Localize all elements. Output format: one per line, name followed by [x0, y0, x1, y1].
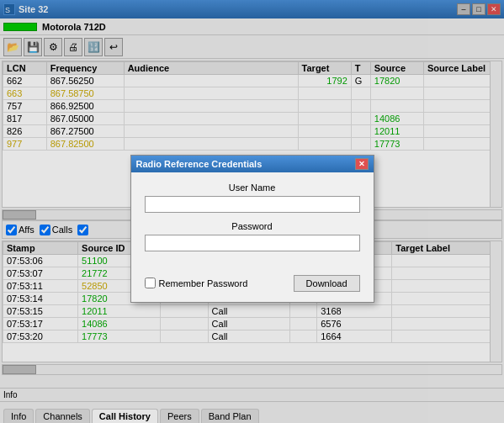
modal-overlay: Radio Reference Credentials ✕ User Name …: [0, 0, 504, 423]
password-input[interactable]: [145, 235, 360, 251]
username-input[interactable]: [145, 196, 360, 213]
remember-password-label[interactable]: Remember Password: [145, 278, 248, 288]
remember-password-checkbox[interactable]: [145, 278, 156, 288]
modal-titlebar: Radio Reference Credentials ✕: [131, 156, 374, 172]
remember-password-text: Remember Password: [159, 278, 248, 288]
password-label: Password: [145, 221, 360, 231]
modal-dialog: Radio Reference Credentials ✕ User Name …: [130, 155, 374, 303]
username-label: User Name: [145, 182, 360, 193]
modal-footer: Remember Password Download: [131, 270, 374, 302]
download-button[interactable]: Download: [294, 275, 360, 292]
modal-body: User Name Password: [131, 172, 374, 270]
modal-close-button[interactable]: ✕: [355, 158, 369, 170]
modal-title: Radio Reference Credentials: [136, 159, 263, 169]
